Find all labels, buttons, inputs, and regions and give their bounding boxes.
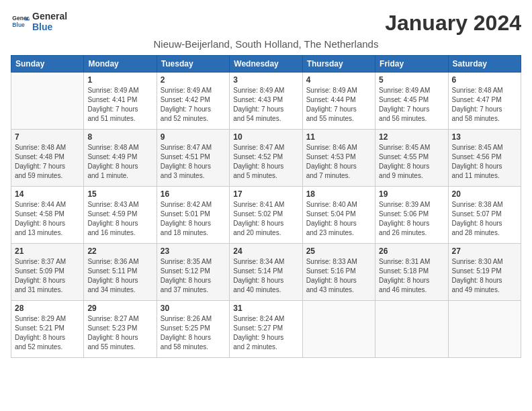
day-info: Sunrise: 8:49 AM Sunset: 4:41 PM Dayligh… <box>87 86 152 124</box>
header-cell-sunday: Sunday <box>11 56 84 73</box>
day-number: 1 <box>87 75 152 85</box>
day-number: 4 <box>306 75 371 85</box>
day-cell: 16Sunrise: 8:42 AM Sunset: 5:01 PM Dayli… <box>157 187 229 244</box>
day-cell <box>302 301 375 358</box>
month-title: January 2024 <box>385 11 521 36</box>
day-cell: 8Sunrise: 8:48 AM Sunset: 4:49 PM Daylig… <box>84 130 157 187</box>
day-info: Sunrise: 8:49 AM Sunset: 4:45 PM Dayligh… <box>379 86 444 124</box>
day-number: 17 <box>233 189 298 199</box>
logo: General Blue General Blue <box>11 11 67 32</box>
day-info: Sunrise: 8:41 AM Sunset: 5:02 PM Dayligh… <box>233 200 298 238</box>
header-cell-thursday: Thursday <box>302 56 375 73</box>
day-cell: 27Sunrise: 8:30 AM Sunset: 5:19 PM Dayli… <box>448 244 521 301</box>
header-cell-tuesday: Tuesday <box>157 56 229 73</box>
day-cell <box>11 73 84 130</box>
day-number: 3 <box>233 75 298 85</box>
day-info: Sunrise: 8:45 AM Sunset: 4:56 PM Dayligh… <box>452 143 517 181</box>
day-cell: 22Sunrise: 8:36 AM Sunset: 5:11 PM Dayli… <box>84 244 157 301</box>
calendar-table: SundayMondayTuesdayWednesdayThursdayFrid… <box>11 55 521 358</box>
day-cell: 25Sunrise: 8:33 AM Sunset: 5:16 PM Dayli… <box>302 244 375 301</box>
day-info: Sunrise: 8:44 AM Sunset: 4:58 PM Dayligh… <box>15 200 80 238</box>
header-row: SundayMondayTuesdayWednesdayThursdayFrid… <box>11 56 521 73</box>
day-cell: 14Sunrise: 8:44 AM Sunset: 4:58 PM Dayli… <box>11 187 84 244</box>
day-cell: 9Sunrise: 8:47 AM Sunset: 4:51 PM Daylig… <box>157 130 229 187</box>
day-number: 2 <box>161 75 226 85</box>
header-cell-monday: Monday <box>84 56 157 73</box>
day-info: Sunrise: 8:38 AM Sunset: 5:07 PM Dayligh… <box>452 200 517 238</box>
day-number: 31 <box>233 304 298 313</box>
week-row-5: 28Sunrise: 8:29 AM Sunset: 5:21 PM Dayli… <box>11 301 521 358</box>
day-info: Sunrise: 8:45 AM Sunset: 4:55 PM Dayligh… <box>379 143 444 181</box>
day-cell: 10Sunrise: 8:47 AM Sunset: 4:52 PM Dayli… <box>230 130 302 187</box>
day-info: Sunrise: 8:33 AM Sunset: 5:16 PM Dayligh… <box>306 257 371 295</box>
day-number: 26 <box>379 246 444 256</box>
day-cell: 13Sunrise: 8:45 AM Sunset: 4:56 PM Dayli… <box>448 130 521 187</box>
day-number: 14 <box>15 189 80 199</box>
day-number: 10 <box>233 132 298 142</box>
day-cell: 30Sunrise: 8:26 AM Sunset: 5:25 PM Dayli… <box>157 301 229 358</box>
day-info: Sunrise: 8:27 AM Sunset: 5:23 PM Dayligh… <box>87 314 152 352</box>
day-number: 18 <box>306 189 371 199</box>
day-cell: 7Sunrise: 8:48 AM Sunset: 4:48 PM Daylig… <box>11 130 84 187</box>
title-block: January 2024 <box>385 11 521 36</box>
day-cell: 31Sunrise: 8:24 AM Sunset: 5:27 PM Dayli… <box>230 301 302 358</box>
day-info: Sunrise: 8:47 AM Sunset: 4:51 PM Dayligh… <box>161 143 226 181</box>
day-cell: 6Sunrise: 8:48 AM Sunset: 4:47 PM Daylig… <box>448 73 521 130</box>
logo-icon: General Blue <box>11 12 30 31</box>
day-info: Sunrise: 8:39 AM Sunset: 5:06 PM Dayligh… <box>379 200 444 238</box>
day-info: Sunrise: 8:31 AM Sunset: 5:18 PM Dayligh… <box>379 257 444 295</box>
day-cell: 18Sunrise: 8:40 AM Sunset: 5:04 PM Dayli… <box>302 187 375 244</box>
day-info: Sunrise: 8:40 AM Sunset: 5:04 PM Dayligh… <box>306 200 371 238</box>
day-cell: 20Sunrise: 8:38 AM Sunset: 5:07 PM Dayli… <box>448 187 521 244</box>
day-cell: 21Sunrise: 8:37 AM Sunset: 5:09 PM Dayli… <box>11 244 84 301</box>
day-number: 21 <box>15 246 80 256</box>
day-cell: 19Sunrise: 8:39 AM Sunset: 5:06 PM Dayli… <box>375 187 448 244</box>
day-number: 13 <box>452 132 517 142</box>
day-cell: 23Sunrise: 8:35 AM Sunset: 5:12 PM Dayli… <box>157 244 229 301</box>
day-cell: 5Sunrise: 8:49 AM Sunset: 4:45 PM Daylig… <box>375 73 448 130</box>
day-info: Sunrise: 8:36 AM Sunset: 5:11 PM Dayligh… <box>87 257 152 295</box>
day-info: Sunrise: 8:35 AM Sunset: 5:12 PM Dayligh… <box>161 257 226 295</box>
header-cell-wednesday: Wednesday <box>230 56 302 73</box>
day-number: 8 <box>87 132 152 142</box>
day-info: Sunrise: 8:43 AM Sunset: 4:59 PM Dayligh… <box>87 200 152 238</box>
day-cell: 12Sunrise: 8:45 AM Sunset: 4:55 PM Dayli… <box>375 130 448 187</box>
day-cell: 2Sunrise: 8:49 AM Sunset: 4:42 PM Daylig… <box>157 73 229 130</box>
day-info: Sunrise: 8:29 AM Sunset: 5:21 PM Dayligh… <box>15 314 80 352</box>
day-cell: 26Sunrise: 8:31 AM Sunset: 5:18 PM Dayli… <box>375 244 448 301</box>
day-info: Sunrise: 8:46 AM Sunset: 4:53 PM Dayligh… <box>306 143 371 181</box>
day-info: Sunrise: 8:49 AM Sunset: 4:43 PM Dayligh… <box>233 86 298 124</box>
header-cell-friday: Friday <box>375 56 448 73</box>
day-info: Sunrise: 8:49 AM Sunset: 4:44 PM Dayligh… <box>306 86 371 124</box>
day-number: 23 <box>161 246 226 256</box>
day-cell: 15Sunrise: 8:43 AM Sunset: 4:59 PM Dayli… <box>84 187 157 244</box>
week-row-2: 7Sunrise: 8:48 AM Sunset: 4:48 PM Daylig… <box>11 130 521 187</box>
day-info: Sunrise: 8:34 AM Sunset: 5:14 PM Dayligh… <box>233 257 298 295</box>
day-number: 22 <box>87 246 152 256</box>
day-cell: 24Sunrise: 8:34 AM Sunset: 5:14 PM Dayli… <box>230 244 302 301</box>
day-cell: 3Sunrise: 8:49 AM Sunset: 4:43 PM Daylig… <box>230 73 302 130</box>
day-info: Sunrise: 8:49 AM Sunset: 4:42 PM Dayligh… <box>161 86 226 124</box>
day-cell: 4Sunrise: 8:49 AM Sunset: 4:44 PM Daylig… <box>302 73 375 130</box>
day-number: 6 <box>452 75 517 85</box>
day-number: 16 <box>161 189 226 199</box>
day-info: Sunrise: 8:42 AM Sunset: 5:01 PM Dayligh… <box>161 200 226 238</box>
day-cell: 11Sunrise: 8:46 AM Sunset: 4:53 PM Dayli… <box>302 130 375 187</box>
day-info: Sunrise: 8:47 AM Sunset: 4:52 PM Dayligh… <box>233 143 298 181</box>
day-number: 30 <box>161 304 226 313</box>
day-info: Sunrise: 8:37 AM Sunset: 5:09 PM Dayligh… <box>15 257 80 295</box>
day-cell: 1Sunrise: 8:49 AM Sunset: 4:41 PM Daylig… <box>84 73 157 130</box>
day-number: 27 <box>452 246 517 256</box>
day-number: 5 <box>379 75 444 85</box>
day-number: 19 <box>379 189 444 199</box>
day-cell: 28Sunrise: 8:29 AM Sunset: 5:21 PM Dayli… <box>11 301 84 358</box>
day-info: Sunrise: 8:24 AM Sunset: 5:27 PM Dayligh… <box>233 314 298 352</box>
day-cell: 29Sunrise: 8:27 AM Sunset: 5:23 PM Dayli… <box>84 301 157 358</box>
day-number: 20 <box>452 189 517 199</box>
week-row-3: 14Sunrise: 8:44 AM Sunset: 4:58 PM Dayli… <box>11 187 521 244</box>
week-row-1: 1Sunrise: 8:49 AM Sunset: 4:41 PM Daylig… <box>11 73 521 130</box>
logo-line1: General <box>32 11 67 21</box>
day-info: Sunrise: 8:48 AM Sunset: 4:49 PM Dayligh… <box>87 143 152 181</box>
day-cell <box>448 301 521 358</box>
logo-line2: Blue <box>32 21 67 32</box>
